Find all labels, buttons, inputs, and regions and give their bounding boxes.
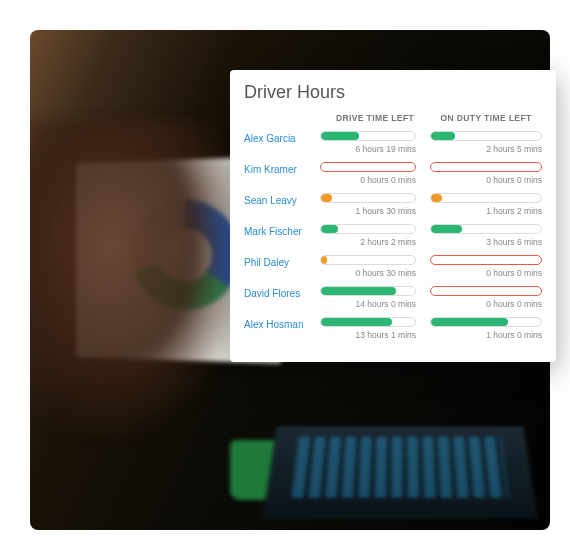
drive-time-label: 0 hours 0 mins <box>320 175 416 185</box>
duty-cell: 3 hours 6 mins <box>430 224 542 247</box>
duty-cell: 0 hours 0 mins <box>430 255 542 278</box>
driver-name-link[interactable]: Phil Daley <box>244 255 320 268</box>
drive-time-label: 6 hours 19 mins <box>320 144 416 154</box>
driver-row: David Flores14 hours 0 mins0 hours 0 min… <box>244 286 542 309</box>
duty-cell: 0 hours 0 mins <box>430 162 542 185</box>
drive-progress-bar <box>320 255 416 265</box>
drive-time-label: 2 hours 2 mins <box>320 237 416 247</box>
drive-time-label: 13 hours 1 mins <box>320 330 416 340</box>
duty-progress-bar <box>430 317 542 327</box>
driver-name-link[interactable]: Alex Hosman <box>244 317 320 330</box>
drive-progress-bar <box>320 162 416 172</box>
duty-progress-bar <box>430 255 542 265</box>
duty-cell: 1 hours 0 mins <box>430 317 542 340</box>
drive-progress-fill <box>321 287 396 295</box>
drive-progress-fill <box>321 132 359 140</box>
drive-cell: 6 hours 19 mins <box>320 131 430 154</box>
duty-cell: 0 hours 0 mins <box>430 286 542 309</box>
driver-hours-card: Driver Hours DRIVE TIME LEFT ON DUTY TIM… <box>230 70 556 362</box>
laptop-illustration <box>262 426 537 518</box>
duty-time-label: 3 hours 6 mins <box>430 237 542 247</box>
duty-progress-bar <box>430 193 542 203</box>
drive-progress-fill <box>321 256 327 264</box>
drive-cell: 14 hours 0 mins <box>320 286 430 309</box>
header-duty-time: ON DUTY TIME LEFT <box>430 113 542 123</box>
driver-row: Alex Hosman13 hours 1 mins1 hours 0 mins <box>244 317 542 340</box>
duty-progress-bar <box>430 224 542 234</box>
duty-time-label: 2 hours 5 mins <box>430 144 542 154</box>
duty-progress-fill <box>431 132 455 140</box>
drive-progress-bar <box>320 286 416 296</box>
duty-time-label: 1 hours 0 mins <box>430 330 542 340</box>
column-headers: DRIVE TIME LEFT ON DUTY TIME LEFT <box>244 113 542 123</box>
drive-time-label: 14 hours 0 mins <box>320 299 416 309</box>
duty-time-label: 1 hours 2 mins <box>430 206 542 216</box>
driver-row: Alex Garcia6 hours 19 mins2 hours 5 mins <box>244 131 542 154</box>
driver-name-link[interactable]: Mark Fischer <box>244 224 320 237</box>
duty-progress-bar <box>430 286 542 296</box>
drive-cell: 1 hours 30 mins <box>320 193 430 216</box>
duty-progress-bar <box>430 131 542 141</box>
drive-progress-fill <box>321 194 332 202</box>
driver-row: Kim Kramer0 hours 0 mins0 hours 0 mins <box>244 162 542 185</box>
duty-time-label: 0 hours 0 mins <box>430 268 542 278</box>
driver-name-link[interactable]: David Flores <box>244 286 320 299</box>
drive-cell: 0 hours 0 mins <box>320 162 430 185</box>
card-title: Driver Hours <box>244 82 542 103</box>
driver-name-link[interactable]: Kim Kramer <box>244 162 320 175</box>
duty-progress-fill <box>431 194 442 202</box>
drive-progress-bar <box>320 193 416 203</box>
keyboard-illustration <box>292 437 509 498</box>
duty-time-label: 0 hours 0 mins <box>430 299 542 309</box>
driver-row: Sean Leavy1 hours 30 mins1 hours 2 mins <box>244 193 542 216</box>
duty-progress-fill <box>431 225 462 233</box>
person-silhouette <box>30 120 240 530</box>
drive-progress-bar <box>320 131 416 141</box>
driver-name-link[interactable]: Sean Leavy <box>244 193 320 206</box>
drive-time-label: 1 hours 30 mins <box>320 206 416 216</box>
header-drive-time: DRIVE TIME LEFT <box>320 113 430 123</box>
driver-row: Mark Fischer2 hours 2 mins3 hours 6 mins <box>244 224 542 247</box>
drive-cell: 2 hours 2 mins <box>320 224 430 247</box>
drive-time-label: 0 hours 30 mins <box>320 268 416 278</box>
drive-progress-fill <box>321 318 392 326</box>
driver-name-link[interactable]: Alex Garcia <box>244 131 320 144</box>
driver-row: Phil Daley0 hours 30 mins0 hours 0 mins <box>244 255 542 278</box>
duty-progress-fill <box>431 318 508 326</box>
duty-cell: 2 hours 5 mins <box>430 131 542 154</box>
duty-cell: 1 hours 2 mins <box>430 193 542 216</box>
driver-rows: Alex Garcia6 hours 19 mins2 hours 5 mins… <box>244 131 542 340</box>
duty-time-label: 0 hours 0 mins <box>430 175 542 185</box>
drive-progress-bar <box>320 317 416 327</box>
drive-cell: 13 hours 1 mins <box>320 317 430 340</box>
drive-progress-bar <box>320 224 416 234</box>
drive-cell: 0 hours 30 mins <box>320 255 430 278</box>
duty-progress-bar <box>430 162 542 172</box>
drive-progress-fill <box>321 225 338 233</box>
